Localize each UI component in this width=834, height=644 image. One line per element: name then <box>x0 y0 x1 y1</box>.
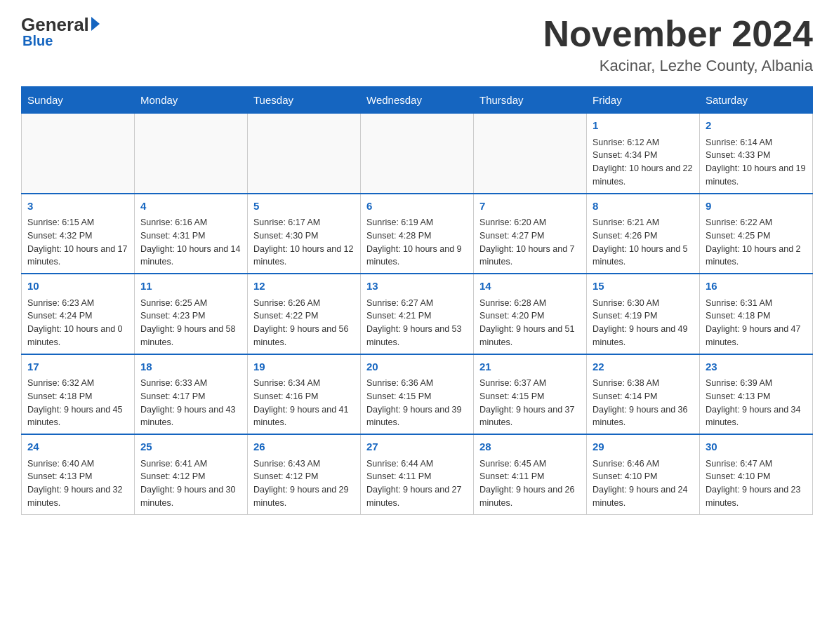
table-row: 28Sunrise: 6:45 AMSunset: 4:11 PMDayligh… <box>474 434 587 514</box>
logo-arrow-icon <box>91 17 100 31</box>
day-number: 12 <box>253 279 355 295</box>
table-row: 18Sunrise: 6:33 AMSunset: 4:17 PMDayligh… <box>135 354 248 435</box>
calendar-week-row: 10Sunrise: 6:23 AMSunset: 4:24 PMDayligh… <box>22 274 813 354</box>
day-number: 24 <box>27 439 128 455</box>
calendar-week-row: 1Sunrise: 6:12 AMSunset: 4:34 PMDaylight… <box>22 114 813 194</box>
table-row: 29Sunrise: 6:46 AMSunset: 4:10 PMDayligh… <box>587 434 700 514</box>
table-row: 13Sunrise: 6:27 AMSunset: 4:21 PMDayligh… <box>361 274 474 354</box>
table-row <box>474 114 587 194</box>
day-number: 17 <box>27 359 128 375</box>
calendar-header-wednesday: Wednesday <box>361 87 474 114</box>
day-number: 1 <box>593 118 694 134</box>
table-row <box>135 114 248 194</box>
day-info: Sunrise: 6:16 AMSunset: 4:31 PMDaylight:… <box>140 216 241 269</box>
day-info: Sunrise: 6:33 AMSunset: 4:17 PMDaylight:… <box>140 377 241 429</box>
calendar-header-monday: Monday <box>135 87 248 114</box>
day-info: Sunrise: 6:27 AMSunset: 4:21 PMDaylight:… <box>366 297 468 349</box>
table-row: 19Sunrise: 6:34 AMSunset: 4:16 PMDayligh… <box>248 354 361 435</box>
day-number: 7 <box>479 199 581 215</box>
day-info: Sunrise: 6:25 AMSunset: 4:23 PMDaylight:… <box>140 297 241 349</box>
day-number: 14 <box>479 279 581 295</box>
day-info: Sunrise: 6:43 AMSunset: 4:12 PMDaylight:… <box>253 457 355 510</box>
calendar-week-row: 3Sunrise: 6:15 AMSunset: 4:32 PMDaylight… <box>22 194 813 274</box>
table-row: 25Sunrise: 6:41 AMSunset: 4:12 PMDayligh… <box>135 434 248 514</box>
day-info: Sunrise: 6:17 AMSunset: 4:30 PMDaylight:… <box>253 216 355 269</box>
day-number: 27 <box>366 439 468 455</box>
logo: General Blue <box>21 14 100 49</box>
header: General Blue November 2024 Kacinar, Lezh… <box>21 14 813 75</box>
day-number: 22 <box>593 359 694 375</box>
calendar-header-tuesday: Tuesday <box>248 87 361 114</box>
calendar-header-thursday: Thursday <box>474 87 587 114</box>
day-number: 30 <box>706 439 807 455</box>
table-row: 1Sunrise: 6:12 AMSunset: 4:34 PMDaylight… <box>587 114 700 194</box>
day-info: Sunrise: 6:32 AMSunset: 4:18 PMDaylight:… <box>27 377 128 429</box>
table-row: 7Sunrise: 6:20 AMSunset: 4:27 PMDaylight… <box>474 194 587 274</box>
table-row: 17Sunrise: 6:32 AMSunset: 4:18 PMDayligh… <box>22 354 135 435</box>
day-info: Sunrise: 6:36 AMSunset: 4:15 PMDaylight:… <box>366 377 468 429</box>
day-info: Sunrise: 6:38 AMSunset: 4:14 PMDaylight:… <box>593 377 694 429</box>
table-row: 27Sunrise: 6:44 AMSunset: 4:11 PMDayligh… <box>361 434 474 514</box>
table-row: 8Sunrise: 6:21 AMSunset: 4:26 PMDaylight… <box>587 194 700 274</box>
table-row: 16Sunrise: 6:31 AMSunset: 4:18 PMDayligh… <box>700 274 813 354</box>
calendar-week-row: 24Sunrise: 6:40 AMSunset: 4:13 PMDayligh… <box>22 434 813 514</box>
calendar-header-friday: Friday <box>587 87 700 114</box>
table-row: 12Sunrise: 6:26 AMSunset: 4:22 PMDayligh… <box>248 274 361 354</box>
day-info: Sunrise: 6:46 AMSunset: 4:10 PMDaylight:… <box>593 457 694 510</box>
calendar-table: SundayMondayTuesdayWednesdayThursdayFrid… <box>21 86 813 515</box>
table-row: 10Sunrise: 6:23 AMSunset: 4:24 PMDayligh… <box>22 274 135 354</box>
calendar-header-row: SundayMondayTuesdayWednesdayThursdayFrid… <box>22 87 813 114</box>
table-row <box>22 114 135 194</box>
day-number: 26 <box>253 439 355 455</box>
table-row: 4Sunrise: 6:16 AMSunset: 4:31 PMDaylight… <box>135 194 248 274</box>
title-area: November 2024 Kacinar, Lezhe County, Alb… <box>543 14 813 75</box>
day-number: 8 <box>593 199 694 215</box>
table-row: 2Sunrise: 6:14 AMSunset: 4:33 PMDaylight… <box>700 114 813 194</box>
table-row: 30Sunrise: 6:47 AMSunset: 4:10 PMDayligh… <box>700 434 813 514</box>
table-row: 9Sunrise: 6:22 AMSunset: 4:25 PMDaylight… <box>700 194 813 274</box>
day-info: Sunrise: 6:21 AMSunset: 4:26 PMDaylight:… <box>593 216 694 269</box>
calendar-week-row: 17Sunrise: 6:32 AMSunset: 4:18 PMDayligh… <box>22 354 813 435</box>
day-number: 4 <box>140 199 241 215</box>
day-info: Sunrise: 6:14 AMSunset: 4:33 PMDaylight:… <box>706 136 807 189</box>
day-number: 6 <box>366 199 468 215</box>
day-info: Sunrise: 6:34 AMSunset: 4:16 PMDaylight:… <box>253 377 355 429</box>
day-number: 3 <box>27 199 128 215</box>
day-info: Sunrise: 6:23 AMSunset: 4:24 PMDaylight:… <box>27 297 128 349</box>
day-number: 28 <box>479 439 581 455</box>
day-number: 25 <box>140 439 241 455</box>
table-row <box>361 114 474 194</box>
calendar-header-sunday: Sunday <box>22 87 135 114</box>
table-row: 3Sunrise: 6:15 AMSunset: 4:32 PMDaylight… <box>22 194 135 274</box>
day-number: 15 <box>593 279 694 295</box>
day-number: 10 <box>27 279 128 295</box>
day-info: Sunrise: 6:39 AMSunset: 4:13 PMDaylight:… <box>706 377 807 429</box>
table-row: 14Sunrise: 6:28 AMSunset: 4:20 PMDayligh… <box>474 274 587 354</box>
table-row: 6Sunrise: 6:19 AMSunset: 4:28 PMDaylight… <box>361 194 474 274</box>
day-info: Sunrise: 6:15 AMSunset: 4:32 PMDaylight:… <box>27 216 128 269</box>
table-row: 5Sunrise: 6:17 AMSunset: 4:30 PMDaylight… <box>248 194 361 274</box>
page-subtitle: Kacinar, Lezhe County, Albania <box>543 57 813 75</box>
day-info: Sunrise: 6:37 AMSunset: 4:15 PMDaylight:… <box>479 377 581 429</box>
page-title: November 2024 <box>543 14 813 54</box>
day-number: 29 <box>593 439 694 455</box>
day-number: 20 <box>366 359 468 375</box>
table-row <box>248 114 361 194</box>
day-info: Sunrise: 6:20 AMSunset: 4:27 PMDaylight:… <box>479 216 581 269</box>
table-row: 24Sunrise: 6:40 AMSunset: 4:13 PMDayligh… <box>22 434 135 514</box>
day-info: Sunrise: 6:26 AMSunset: 4:22 PMDaylight:… <box>253 297 355 349</box>
day-info: Sunrise: 6:31 AMSunset: 4:18 PMDaylight:… <box>706 297 807 349</box>
table-row: 15Sunrise: 6:30 AMSunset: 4:19 PMDayligh… <box>587 274 700 354</box>
day-info: Sunrise: 6:30 AMSunset: 4:19 PMDaylight:… <box>593 297 694 349</box>
day-number: 21 <box>479 359 581 375</box>
table-row: 20Sunrise: 6:36 AMSunset: 4:15 PMDayligh… <box>361 354 474 435</box>
day-info: Sunrise: 6:19 AMSunset: 4:28 PMDaylight:… <box>366 216 468 269</box>
day-info: Sunrise: 6:47 AMSunset: 4:10 PMDaylight:… <box>706 457 807 510</box>
day-number: 5 <box>253 199 355 215</box>
day-info: Sunrise: 6:12 AMSunset: 4:34 PMDaylight:… <box>593 136 694 189</box>
table-row: 21Sunrise: 6:37 AMSunset: 4:15 PMDayligh… <box>474 354 587 435</box>
day-number: 16 <box>706 279 807 295</box>
day-number: 19 <box>253 359 355 375</box>
calendar-header-saturday: Saturday <box>700 87 813 114</box>
table-row: 11Sunrise: 6:25 AMSunset: 4:23 PMDayligh… <box>135 274 248 354</box>
